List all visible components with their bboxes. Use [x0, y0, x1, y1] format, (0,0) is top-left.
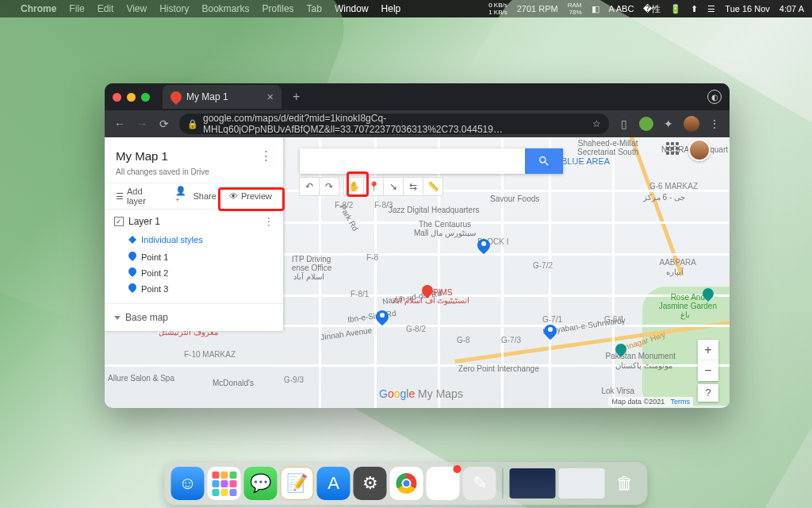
- redo-button[interactable]: ↷: [319, 177, 339, 196]
- chevron-down-icon: [114, 316, 121, 320]
- address-bar: ← → ⟳ 🔒 google.com/maps/d/edit?mid=1kino…: [105, 110, 730, 137]
- tab-title: My Map 1: [186, 91, 228, 102]
- pin-icon: [128, 267, 136, 279]
- measure-tool[interactable]: 📏: [423, 177, 443, 196]
- directions-tool[interactable]: ⇆: [403, 177, 423, 196]
- incognito-icon[interactable]: ◐: [707, 90, 722, 104]
- layer-header[interactable]: ✓ Layer 1 ⋮: [105, 210, 283, 233]
- label-savour: Savour Foods: [490, 194, 539, 203]
- add-marker-tool[interactable]: 📍: [363, 177, 384, 196]
- extensions-icon[interactable]: ✦: [661, 117, 676, 130]
- search-icon[interactable]: �性: [643, 3, 661, 15]
- dock-minimized-window-1[interactable]: [510, 468, 556, 498]
- pin-icon: [128, 252, 136, 263]
- dock-chrome[interactable]: [390, 467, 423, 500]
- dock-messages[interactable]: 💬: [244, 467, 278, 500]
- page-content: BLUE AREA Shaheed-e-Millat Secretariat S…: [105, 137, 730, 408]
- dock-settings[interactable]: ⚙: [354, 467, 387, 500]
- label-g6-markaz: G-6 MARKAZ: [649, 182, 698, 190]
- dock-appstore[interactable]: A: [317, 467, 350, 500]
- url-field[interactable]: 🔒 google.com/maps/d/edit?mid=1kinokI8gCq…: [179, 114, 609, 134]
- lock-icon: 🔒: [187, 119, 198, 129]
- map-menu-icon[interactable]: ⋮: [260, 148, 272, 163]
- user-pin-1[interactable]: [477, 239, 490, 256]
- reader-icon[interactable]: ▯: [617, 117, 631, 130]
- undo-button[interactable]: ↶: [299, 177, 320, 196]
- list-item[interactable]: Point 2: [128, 265, 274, 281]
- window-zoom[interactable]: [141, 93, 150, 102]
- zoom-out-button[interactable]: −: [698, 360, 718, 381]
- nav-reload[interactable]: ⟳: [157, 117, 171, 130]
- window-minimize[interactable]: [127, 93, 136, 102]
- label-shaheed: Shaheed-e-Millat Secretariat South: [577, 139, 638, 156]
- tab-favicon: [168, 89, 184, 105]
- layers-panel: My Map 1 ⋮ All changes saved in Drive ☰ …: [105, 137, 283, 331]
- wifi-icon[interactable]: ⬆: [691, 4, 698, 14]
- paint-icon: [128, 236, 136, 244]
- dock-launchpad[interactable]: [208, 467, 241, 500]
- google-account-avatar[interactable]: [688, 139, 710, 161]
- label-blue-area: BLUE AREA: [561, 156, 610, 166]
- list-item[interactable]: Point 1: [128, 249, 274, 265]
- label-aabpara: AABPARA: [660, 258, 697, 267]
- draw-line-tool[interactable]: ↘: [383, 177, 404, 196]
- dock-minimized-window-2[interactable]: [559, 468, 605, 498]
- menubar-time[interactable]: 4:07 A: [779, 4, 804, 13]
- macos-dock: ☺ 💬 📝 A ⚙ # ✎ 🗑: [165, 462, 648, 505]
- menu-help[interactable]: Help: [381, 3, 401, 14]
- user-pin-3[interactable]: [544, 325, 557, 342]
- url-text: google.com/maps/d/edit?mid=1kinokI8gCq-M…: [203, 114, 588, 134]
- layer-menu-icon[interactable]: ⋮: [264, 216, 274, 227]
- label-zero-point: Zero Point Interchange: [458, 364, 539, 373]
- dock-trash[interactable]: 🗑: [608, 467, 642, 500]
- new-tab-button[interactable]: +: [288, 90, 304, 104]
- control-center-icon[interactable]: ☰: [707, 4, 715, 14]
- preview-button[interactable]: 👁 Preview: [224, 191, 277, 201]
- add-layer-button[interactable]: ☰ Add layer: [111, 187, 167, 206]
- tab-close-icon[interactable]: ×: [267, 90, 274, 103]
- google-apps-icon[interactable]: [666, 142, 679, 155]
- nav-forward[interactable]: →: [135, 117, 149, 130]
- search-button[interactable]: [525, 148, 563, 174]
- star-icon[interactable]: ☆: [592, 118, 601, 129]
- zoom-controls: + −: [698, 340, 718, 381]
- share-button[interactable]: 👤⁺ Share: [170, 186, 221, 206]
- dock-slack[interactable]: #: [427, 467, 460, 500]
- pin-icon: [128, 283, 136, 294]
- eye-icon: 👁: [229, 191, 238, 201]
- terms-link[interactable]: Terms: [671, 398, 691, 406]
- user-pin-2[interactable]: [376, 310, 389, 328]
- nav-back[interactable]: ←: [113, 117, 127, 130]
- label-centaurus: The Centaurus Mall سینٹورس مال: [414, 220, 476, 237]
- search-input[interactable]: [300, 148, 525, 174]
- map-title[interactable]: My Map 1: [116, 149, 168, 163]
- layers-icon: ☰: [116, 191, 124, 202]
- zoom-in-button[interactable]: +: [698, 340, 718, 360]
- map-toolbar: ↶ ↷ ✋ 📍 ↘ ⇆ 📏: [300, 177, 443, 196]
- profile-avatar[interactable]: [684, 116, 699, 132]
- tab-strip: My Map 1 × + ◐: [105, 83, 730, 110]
- basemap-toggle[interactable]: Base map: [105, 303, 283, 331]
- browser-tab[interactable]: My Map 1 ×: [163, 85, 282, 109]
- dock-textedit[interactable]: ✎: [463, 467, 496, 500]
- layer-checkbox[interactable]: ✓: [114, 217, 124, 226]
- chrome-menu[interactable]: ⋮: [707, 117, 722, 130]
- google-logo: Google My Maps: [379, 387, 463, 400]
- chrome-window: My Map 1 × + ◐ ← → ⟳ 🔒 google.com/maps/d…: [105, 83, 730, 408]
- dock-notes[interactable]: 📝: [281, 467, 314, 500]
- menubar-date[interactable]: Tue 16 Nov: [725, 4, 769, 13]
- share-icon: 👤⁺: [175, 186, 190, 206]
- battery-icon[interactable]: 🔋: [670, 4, 681, 14]
- list-item[interactable]: Point 3: [128, 281, 274, 297]
- dock-finder[interactable]: ☺: [171, 467, 205, 500]
- help-button[interactable]: ?: [698, 384, 718, 402]
- layer-name: Layer 1: [128, 216, 160, 227]
- individual-styles-link[interactable]: Individual styles: [105, 233, 283, 249]
- extension-icon-1[interactable]: [639, 117, 653, 131]
- save-status: All changes saved in Drive: [116, 167, 272, 176]
- pan-tool[interactable]: ✋: [343, 177, 364, 196]
- window-close[interactable]: [113, 93, 121, 102]
- map-attribution: Map data ©2021 Terms: [608, 397, 693, 406]
- map-search: [300, 148, 563, 174]
